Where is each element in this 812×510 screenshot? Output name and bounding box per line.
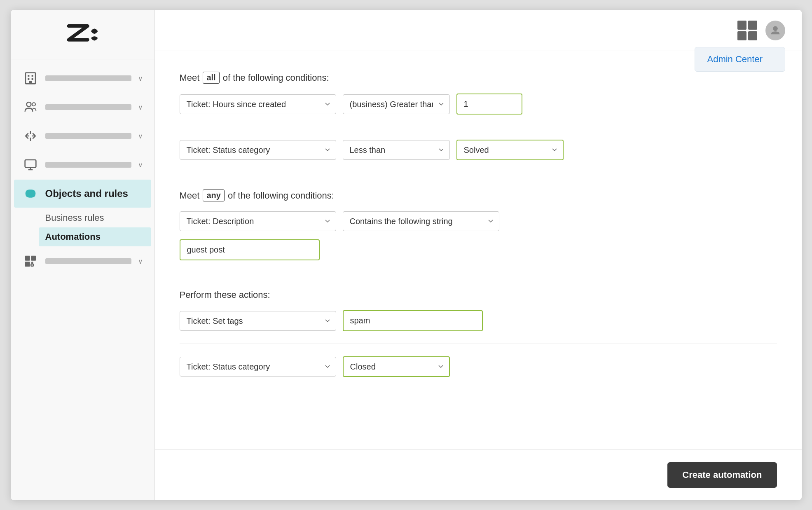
svg-rect-9 [25, 256, 30, 261]
header: Admin Center [155, 10, 802, 51]
sidebar-subitem-business-rules[interactable]: Business rules [39, 208, 151, 227]
grid-cell-3 [737, 31, 746, 40]
condition3-operator-select[interactable]: Contains the following string [343, 211, 499, 231]
chevron-down-icon: ∨ [138, 103, 143, 111]
chevron-down-icon: ∨ [138, 132, 143, 140]
condition2-value-select[interactable]: Solved [456, 140, 564, 160]
grid-cell-2 [748, 21, 757, 30]
sidebar-item-interface[interactable]: ∨ [14, 151, 151, 179]
chevron-down-icon: ∨ [138, 75, 143, 82]
condition2-field-select[interactable]: Ticket: Status category [180, 140, 336, 160]
meet-any-label: Meet [180, 190, 200, 201]
svg-rect-8 [25, 160, 36, 168]
section-divider-2 [180, 277, 777, 277]
sidebar-item-objects-rules[interactable]: Objects and rules [14, 180, 151, 208]
svg-rect-2 [31, 75, 33, 77]
zendesk-logo [62, 20, 103, 49]
condition3-value-input[interactable] [180, 239, 320, 260]
sidebar-item-channels[interactable]: ∨ [14, 122, 151, 150]
sidebar: ∨ ∨ [11, 10, 155, 500]
apps-icon [22, 253, 39, 269]
monitor-icon [22, 157, 39, 173]
chevron-down-icon: ∨ [138, 257, 143, 265]
meet-all-section: Meet all of the following conditions: Ti… [180, 72, 777, 160]
grid-cell-4 [748, 31, 757, 40]
condition1-value-input[interactable] [456, 94, 522, 115]
nav-label-bar [45, 162, 131, 168]
sidebar-item-people[interactable]: ∨ [14, 93, 151, 121]
apps-grid-icon[interactable] [737, 21, 757, 40]
sidebar-subitem-automations[interactable]: Automations [39, 227, 151, 246]
sidebar-navigation: ∨ ∨ [11, 59, 154, 500]
people-icon [22, 99, 39, 115]
section-divider-1 [180, 177, 777, 177]
form-area: Meet all of the following conditions: Ti… [155, 51, 802, 449]
building-icon [22, 70, 39, 87]
nav-label-bar [45, 75, 131, 81]
action1-field-select[interactable]: Ticket: Set tags [180, 311, 336, 331]
nav-label-bar [45, 133, 131, 139]
condition1-field-select[interactable]: Ticket: Hours since created [180, 94, 336, 114]
meet-all-label: Meet [180, 73, 200, 83]
meet-any-section: Meet any of the following conditions: Ti… [180, 189, 777, 260]
meet-any-badge: any [203, 189, 224, 201]
meet-all-badge: all [203, 72, 219, 84]
nav-label-bar [45, 258, 131, 264]
condition1-operator-select[interactable]: (business) Greater than [343, 94, 450, 114]
svg-rect-11 [25, 262, 30, 267]
meet-all-header: Meet all of the following conditions: [180, 72, 777, 84]
actions-section: Perform these actions: Ticket: Set tags … [180, 290, 777, 377]
actions-header: Perform these actions: [180, 290, 777, 300]
nav-label-bar [45, 104, 131, 110]
avatar-icon [770, 25, 781, 36]
condition-row-3-input [180, 239, 777, 260]
meet-all-suffix: of the following conditions: [223, 73, 329, 83]
divider [180, 344, 777, 344]
channels-icon [22, 128, 39, 144]
action2-field-select[interactable]: Ticket: Status category [180, 357, 336, 377]
user-avatar[interactable] [765, 21, 785, 40]
logo-area [11, 10, 154, 59]
condition-row-2: Ticket: Status category Less than Solved [180, 140, 777, 160]
create-automation-button[interactable]: Create automation [667, 462, 777, 488]
condition-row-1: Ticket: Hours since created (business) G… [180, 94, 777, 115]
grid-cell-1 [737, 21, 746, 30]
condition2-operator-select[interactable]: Less than [343, 140, 450, 160]
divider [180, 127, 777, 127]
meet-any-suffix: of the following conditions: [228, 190, 334, 201]
admin-center-link[interactable]: Admin Center [707, 54, 763, 64]
form-footer: Create automation [155, 449, 802, 500]
sidebar-subitems: Business rules Automations [14, 208, 151, 246]
svg-rect-4 [31, 78, 33, 80]
action2-value-select[interactable]: Closed [343, 356, 450, 377]
svg-rect-3 [28, 78, 29, 80]
sidebar-item-workspace[interactable]: ∨ [14, 64, 151, 92]
admin-center-dropdown: Admin Center [695, 47, 785, 72]
svg-rect-1 [28, 75, 29, 77]
objects-rules-icon [22, 185, 39, 202]
action-row-2: Ticket: Status category Closed [180, 356, 777, 377]
svg-point-7 [32, 103, 35, 106]
main-content: Admin Center Meet all of the following c… [155, 10, 802, 500]
sidebar-item-apps[interactable]: ∨ [14, 247, 151, 275]
action-row-1: Ticket: Set tags [180, 310, 777, 331]
action1-value-input[interactable] [343, 310, 483, 331]
svg-rect-10 [31, 256, 36, 261]
svg-point-13 [773, 26, 778, 31]
condition3-field-select[interactable]: Ticket: Description [180, 211, 336, 231]
svg-rect-12 [31, 264, 33, 266]
sidebar-item-label: Objects and rules [45, 188, 128, 199]
condition-row-3-selects: Ticket: Description Contains the followi… [180, 211, 777, 231]
meet-any-header: Meet any of the following conditions: [180, 189, 777, 201]
chevron-down-icon: ∨ [138, 161, 143, 169]
svg-rect-5 [29, 81, 32, 84]
svg-point-6 [26, 102, 31, 107]
